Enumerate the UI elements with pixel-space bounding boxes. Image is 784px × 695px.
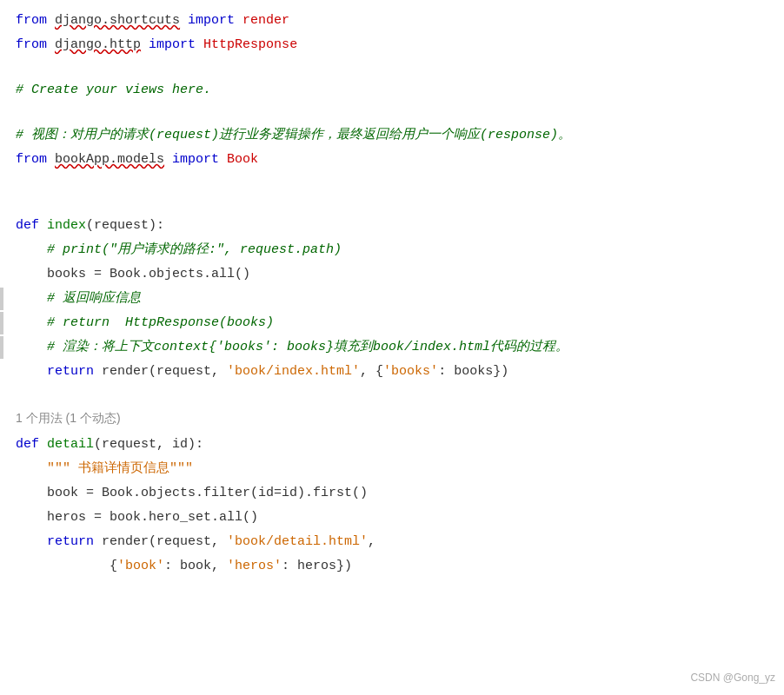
normal-token: books = Book.objects.all() [47, 267, 250, 281]
code-line: from bookApp.models import Book [0, 148, 784, 172]
code-line: {'book': book, 'heros': heros}) [0, 554, 784, 579]
line-indicator-bar [0, 288, 3, 310]
kw-blue-token: from [16, 13, 47, 28]
kw-blue-token: return [47, 364, 94, 379]
code-line: # print("用户请求的路径:", request.path) [0, 238, 784, 262]
code-line: heros = book.hero_set.all() [0, 506, 784, 530]
string-token: 'heros' [227, 559, 282, 573]
normal-token: (request, id): [94, 437, 203, 452]
line-content: # 返回响应信息 [9, 288, 784, 310]
normal-token [47, 37, 55, 52]
comment-cn-token: # 渲染：将上下文context{'books': books}填充到book/… [47, 340, 568, 354]
line-content: from bookApp.models import Book [9, 149, 784, 171]
normal-token: , [368, 534, 375, 549]
normal-token: book = Book.objects.filter(id=id).first(… [47, 486, 368, 500]
normal-token [141, 37, 149, 52]
code-line: return render(request, 'book/detail.html… [0, 530, 784, 554]
kw-blue-token: import [188, 13, 235, 28]
watermark: CSDN @Gong_yz [690, 669, 775, 686]
func-token: detail [47, 437, 94, 452]
code-line: book = Book.objects.filter(id=id).first(… [0, 481, 784, 506]
line-content: from django.shortcuts import render [9, 10, 784, 32]
line-content: def detail(request, id): [9, 434, 784, 456]
module-token: bookApp.models [55, 152, 164, 167]
line-content: heros = book.hero_set.all() [9, 506, 784, 529]
blank-line [0, 384, 784, 405]
code-line: from django.shortcuts import render [0, 9, 784, 33]
normal-token [47, 13, 55, 28]
normal-token [39, 437, 47, 452]
normal-token: (request): [86, 218, 164, 233]
string-token: 'book' [117, 559, 164, 573]
line-content: books = Book.objects.all() [9, 263, 784, 286]
kw-blue-token: from [16, 37, 47, 52]
line-content: # return HttpResponse(books) [9, 312, 784, 334]
kw-blue-token: return [47, 534, 94, 549]
blank-line [0, 103, 784, 123]
comment-token: # print("用户请求的路径:", request.path) [47, 242, 342, 257]
normal-token: : book, [164, 559, 227, 573]
line-content: book = Book.objects.filter(id=id).first(… [9, 482, 784, 505]
string-token: 'books' [383, 364, 438, 379]
line-content: # 视图：对用户的请求(request)进行业务逻辑操作，最终返回给用户一个响应… [9, 124, 784, 147]
blank-line [0, 193, 784, 214]
kw-red-token: Book [227, 152, 258, 167]
normal-token [196, 37, 203, 52]
normal-token: heros = book.hero_set.all() [47, 510, 258, 525]
usage-hint: 1 个用法 (1 个动态) [0, 405, 784, 433]
code-line: """ 书籍详情页信息""" [0, 457, 784, 481]
code-line: # 渲染：将上下文context{'books': books}填充到book/… [0, 335, 784, 360]
normal-token [47, 152, 55, 167]
normal-token: : books}) [438, 364, 508, 379]
line-indicator-bar [0, 336, 3, 359]
comment-cn-token: # 视图：对用户的请求(request)进行业务逻辑操作，最终返回给用户一个响应… [16, 128, 571, 142]
code-line: return render(request, 'book/index.html'… [0, 360, 784, 384]
kw-blue-token: def [16, 437, 39, 452]
line-content: from django.http import HttpResponse [9, 34, 784, 56]
normal-token [39, 218, 47, 233]
code-line: # 视图：对用户的请求(request)进行业务逻辑操作，最终返回给用户一个响应… [0, 123, 784, 148]
line-indicator-bar [0, 312, 3, 334]
kw-red-token: HttpResponse [203, 37, 297, 52]
normal-token: : heros}) [282, 559, 352, 573]
line-content: # 渲染：将上下文context{'books': books}填充到book/… [9, 336, 784, 359]
string-token: 'book/detail.html' [227, 534, 368, 549]
line-content: # Create your views here. [9, 79, 784, 102]
normal-token: render(request, [94, 534, 227, 549]
line-content: return render(request, 'book/detail.html… [9, 531, 784, 553]
code-line: def detail(request, id): [0, 433, 784, 457]
blank-line [0, 57, 784, 78]
code-line: def index(request): [0, 214, 784, 238]
comment-token: # return HttpResponse(books) [47, 315, 274, 330]
normal-token [219, 152, 227, 167]
string-token: """ 书籍详情页信息""" [47, 461, 193, 476]
code-line: from django.http import HttpResponse [0, 33, 784, 57]
kw-blue-token: from [16, 152, 47, 167]
line-content: {'book': book, 'heros': heros}) [9, 555, 784, 578]
normal-token [235, 13, 243, 28]
code-editor: from django.shortcuts import renderfrom … [0, 0, 784, 587]
line-content: def index(request): [9, 215, 784, 237]
normal-token: render(request, [94, 364, 227, 379]
comment-token: # Create your views here. [16, 83, 211, 97]
normal-token: { [110, 559, 117, 573]
normal-token [164, 152, 172, 167]
normal-token [180, 13, 188, 28]
string-token: 'book/index.html' [227, 364, 360, 379]
code-line: # Create your views here. [0, 78, 784, 103]
kw-blue-token: import [172, 152, 219, 167]
kw-red-token: render [243, 13, 289, 28]
code-line: # 返回响应信息 [0, 287, 784, 311]
module-token: django.http [55, 37, 141, 52]
blank-line [0, 172, 784, 193]
line-content: """ 书籍详情页信息""" [9, 458, 784, 480]
line-content: # print("用户请求的路径:", request.path) [9, 239, 784, 261]
kw-blue-token: def [16, 218, 39, 233]
code-line: books = Book.objects.all() [0, 262, 784, 287]
normal-token: , { [360, 364, 383, 379]
code-line: # return HttpResponse(books) [0, 311, 784, 335]
func-token: index [47, 218, 86, 233]
comment-cn-token: # 返回响应信息 [47, 291, 141, 306]
kw-blue-token: import [149, 37, 196, 52]
module-token: django.shortcuts [55, 13, 180, 28]
